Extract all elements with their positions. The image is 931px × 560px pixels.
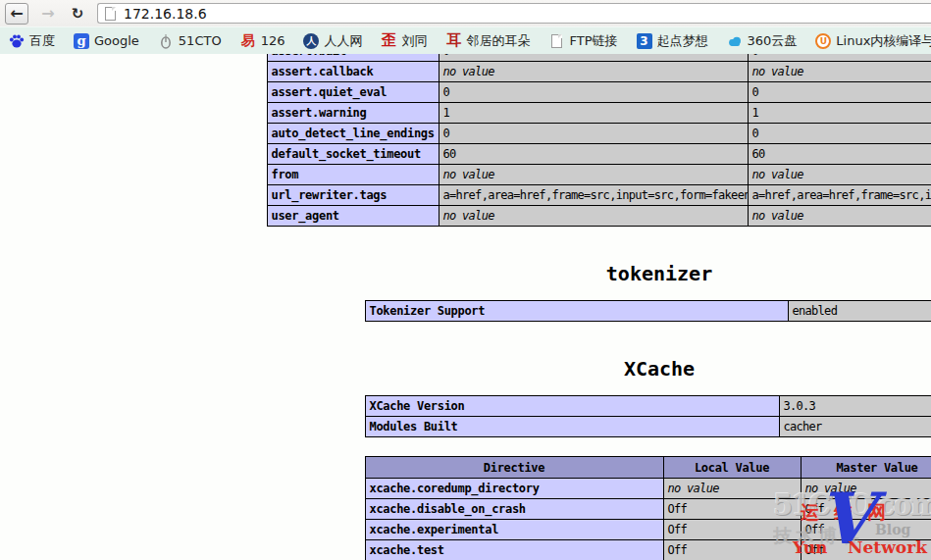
bookmark-label: 126 <box>261 33 285 48</box>
table-row: XCache Version3.0.3 <box>365 396 931 417</box>
directive-name-cell: assert.quiet_eval <box>267 82 439 103</box>
bookmark-item[interactable]: 易126 <box>240 33 285 49</box>
bookmark-label: 百度 <box>29 32 55 50</box>
column-header: Local Value <box>663 457 801 479</box>
bookmark-item[interactable]: 人人人网 <box>303 32 362 50</box>
bookmark-item[interactable]: 360云盘 <box>727 32 798 50</box>
bookmark-label: Google <box>94 33 139 48</box>
directive-name-cell: auto_detect_line_endings <box>267 124 439 144</box>
local-value-cell: 1 <box>439 103 748 124</box>
local-value-cell: a=href,area=href,frame=src,input=src,for… <box>439 185 748 206</box>
back-arrow-icon: ← <box>10 4 23 23</box>
xcache-directives-table: DirectiveLocal ValueMaster Value xcache.… <box>365 456 931 560</box>
ear-icon: 耳 <box>445 33 461 49</box>
table-row: xcache.coredump_directoryno valueno valu… <box>365 479 931 499</box>
master-value-cell: no value <box>748 206 931 227</box>
local-value-cell: 0 <box>439 124 748 144</box>
bookmark-label: 360云盘 <box>748 32 798 50</box>
page-icon <box>105 7 116 21</box>
local-value-cell: no value <box>663 479 801 499</box>
master-value-cell: 0 <box>748 82 931 103</box>
core-directives-table: assert.bail00assert.callbackno valueno v… <box>267 54 931 227</box>
bookmark-item[interactable]: 歪刘同 <box>381 32 427 50</box>
table-row: assert.bail00 <box>267 54 931 62</box>
table-row: Modules Builtcacher <box>365 417 931 437</box>
local-value-cell: Off <box>663 540 801 560</box>
google-g-icon: g <box>74 33 89 49</box>
bookmark-item[interactable]: 51CTO <box>158 33 222 49</box>
local-value-cell: Off <box>663 499 801 520</box>
master-value-cell: Off <box>801 520 931 540</box>
table-row: auto_detect_line_endings00 <box>267 124 931 144</box>
master-value-cell: 0 <box>748 124 931 144</box>
forward-arrow-icon: → <box>41 4 54 23</box>
master-value-cell: a=href,area=href,frame=src,input=src,for… <box>748 185 931 206</box>
bookmark-item[interactable]: 耳邻居的耳朵 <box>445 32 530 50</box>
address-bar[interactable]: 172.16.18.6 <box>97 3 931 24</box>
column-header: Directive <box>365 457 663 479</box>
browser-toolbar: ← → ↻ 172.16.18.6 <box>0 0 931 26</box>
wai-icon: 歪 <box>381 33 396 49</box>
bookmark-label: 51CTO <box>179 33 222 48</box>
directive-name-cell: assert.bail <box>267 54 439 62</box>
master-value-cell: 1 <box>748 103 931 124</box>
master-value-cell: no value <box>748 62 931 82</box>
bookmark-label: FTP链接 <box>569 32 617 50</box>
local-value-cell: 0 <box>439 82 748 103</box>
tokenizer-table: Tokenizer Supportenabled <box>365 300 931 322</box>
table-row: xcache.experimentalOffOff <box>365 520 931 540</box>
value-cell: cacher <box>779 417 931 437</box>
master-value-cell: no value <box>801 479 931 499</box>
xcache-info-table: XCache Version3.0.3Modules Builtcacher <box>365 395 931 437</box>
directive-name-cell: xcache.experimental <box>365 520 663 540</box>
directive-name-cell: XCache Version <box>365 396 779 417</box>
renren-person-icon: 人 <box>303 33 319 49</box>
bookmark-label: 人人网 <box>324 32 362 50</box>
bookmark-label: 刘同 <box>401 32 427 50</box>
page-viewport: assert.bail00assert.callbackno valueno v… <box>0 54 931 560</box>
url-text: 172.16.18.6 <box>124 6 207 22</box>
local-value-cell: no value <box>439 62 748 82</box>
bookmark-item[interactable]: ULinux内核编译与安... <box>815 32 931 50</box>
directive-name-cell: assert.callback <box>267 62 439 82</box>
local-value-cell: 60 <box>439 144 748 165</box>
table-row: user_agentno valueno value <box>267 206 931 227</box>
back-button[interactable]: ← <box>5 3 28 25</box>
qidian-icon: 3 <box>637 33 652 49</box>
forward-button[interactable]: → <box>36 3 60 25</box>
directive-name-cell: assert.warning <box>267 103 439 124</box>
value-cell: 3.0.3 <box>779 396 931 417</box>
table-row: assert.callbackno valueno value <box>267 62 931 82</box>
ubuntu-icon: U <box>815 33 831 49</box>
reload-icon: ↻ <box>72 5 84 23</box>
directive-name-cell: url_rewriter.tags <box>267 185 439 206</box>
netease-yi-icon: 易 <box>240 33 256 49</box>
directive-name-cell: default_socket_timeout <box>267 144 439 165</box>
cloud-icon <box>727 33 743 49</box>
bookmarks-bar: 百度gGoogle51CTO易126人人人网歪刘同耳邻居的耳朵FTP链接3起点梦… <box>0 26 931 54</box>
directive-name-cell: Modules Built <box>365 417 779 437</box>
table-row: Tokenizer Supportenabled <box>365 301 931 322</box>
bookmark-item[interactable]: 百度 <box>9 32 55 50</box>
directive-name-cell: xcache.disable_on_crash <box>365 499 663 520</box>
reload-button[interactable]: ↻ <box>66 3 89 25</box>
table-row: default_socket_timeout6060 <box>267 144 931 165</box>
local-value-cell: no value <box>439 206 748 227</box>
bookmark-label: Linux内核编译与安... <box>836 32 931 50</box>
tokenizer-heading: tokenizer <box>0 262 931 285</box>
table-row: fromno valueno value <box>267 165 931 185</box>
table-row: xcache.disable_on_crashOffOff <box>365 499 931 520</box>
table-row: assert.warning11 <box>267 103 931 124</box>
bookmark-label: 起点梦想 <box>657 32 708 50</box>
bookmark-item[interactable]: FTP链接 <box>548 32 617 50</box>
local-value-cell: 0 <box>439 54 748 62</box>
table-row: assert.quiet_eval00 <box>267 82 931 103</box>
local-value-cell: no value <box>439 165 748 185</box>
local-value-cell: Off <box>663 520 801 540</box>
master-value-cell: 0 <box>748 54 931 62</box>
directive-name-cell: xcache.coredump_directory <box>365 479 663 499</box>
bookmark-item[interactable]: 3起点梦想 <box>637 32 708 50</box>
master-value-cell: Off <box>801 499 931 520</box>
bookmark-item[interactable]: gGoogle <box>74 33 139 49</box>
mouse-icon <box>158 33 174 49</box>
